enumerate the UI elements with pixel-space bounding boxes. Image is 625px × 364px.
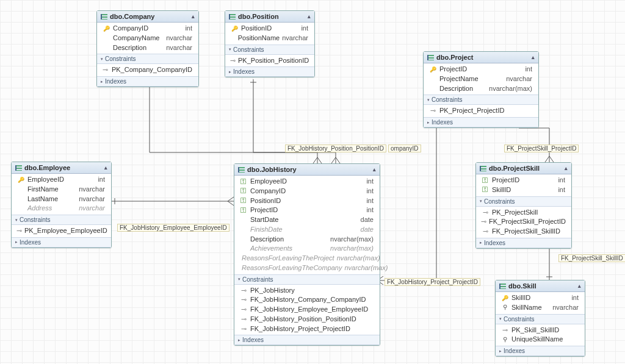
table-icon bbox=[480, 166, 486, 171]
column-row[interactable]: Descriptionnvarchar(max) bbox=[426, 84, 536, 94]
fk-label-jh-pos: FK_JobHistory_Position_PositionID bbox=[285, 145, 386, 152]
collapse-icon[interactable]: ▴ bbox=[532, 54, 535, 60]
column-row[interactable]: CompanyIDint bbox=[237, 187, 377, 196]
column-row[interactable]: ProjectIDint bbox=[479, 176, 569, 185]
column-row[interactable]: CompanyNamenvarchar bbox=[99, 34, 196, 43]
column-row[interactable]: ProjectIDint bbox=[426, 65, 536, 74]
column-row[interactable]: PositionIDint bbox=[237, 196, 377, 206]
constraint-row[interactable]: FK_JobHistory_Employee_EmployeeID bbox=[237, 305, 377, 315]
indexes-header[interactable]: ▸Indexes bbox=[234, 335, 380, 345]
table-icon bbox=[427, 55, 434, 60]
constraint-row[interactable]: PK_Position_PositionID bbox=[228, 56, 312, 66]
fk-label-ps-skill: FK_ProjectSkill_SkillID bbox=[558, 254, 625, 262]
table-icon bbox=[229, 14, 236, 20]
column-row[interactable]: PositionIDint bbox=[228, 24, 312, 34]
constraints-header[interactable]: ▾Constraints bbox=[234, 274, 380, 285]
column-row[interactable]: EmployeeIDint bbox=[237, 177, 377, 187]
entity-employee[interactable]: dbo.Employee ▴ EmployeeIDint FirstNamenv… bbox=[11, 162, 112, 248]
constraint-row[interactable]: PK_Project_ProjectID bbox=[426, 106, 536, 116]
entity-header[interactable]: dbo.Skill ▴ bbox=[496, 280, 585, 292]
column-row[interactable]: ProjectNamenvarchar bbox=[426, 74, 536, 84]
columns-section: CompanyIDint CompanyNamenvarchar Descrip… bbox=[97, 23, 198, 54]
entity-header[interactable]: dbo.Position ▴ bbox=[225, 11, 314, 23]
collapse-icon[interactable]: ▴ bbox=[578, 283, 581, 289]
table-icon bbox=[101, 14, 107, 20]
column-row[interactable]: SkillNamenvarchar bbox=[498, 303, 582, 313]
table-icon bbox=[499, 284, 506, 289]
collapse-icon[interactable]: ▴ bbox=[192, 13, 195, 20]
constraints-header[interactable]: ▾Constraints bbox=[496, 314, 585, 324]
table-icon bbox=[15, 165, 22, 171]
constraints-header[interactable]: ▾Constraints bbox=[476, 196, 571, 207]
collapse-icon[interactable]: ▴ bbox=[104, 165, 107, 171]
column-row[interactable]: EmployeeIDint bbox=[14, 175, 109, 185]
column-row[interactable]: PositionNamenvarchar bbox=[228, 34, 312, 43]
entity-company[interactable]: dbo.Company ▴ CompanyIDint CompanyNamenv… bbox=[96, 10, 199, 87]
constraint-row[interactable]: FK_JobHistory_Company_CompanyID bbox=[237, 295, 377, 305]
constraint-row[interactable]: PK_Employee_EmployeeID bbox=[14, 226, 109, 236]
entity-projectskill[interactable]: dbo.ProjectSkill ▴ ProjectIDint SkillIDi… bbox=[475, 162, 572, 249]
column-row[interactable]: Descriptionnvarchar(max) bbox=[237, 235, 377, 244]
indexes-header[interactable]: ▸Indexes bbox=[476, 238, 571, 248]
entity-header[interactable]: dbo.Company ▴ bbox=[97, 11, 198, 23]
column-row[interactable]: CompanyIDint bbox=[99, 24, 196, 34]
column-row[interactable]: ReasonsForLeavingTheCompanynvarchar(max) bbox=[237, 263, 377, 273]
column-row[interactable]: LastNamenvarchar bbox=[14, 194, 109, 204]
constraint-row[interactable]: PK_Skill_SkillID bbox=[498, 326, 582, 335]
column-row[interactable]: Descriptionnvarchar bbox=[99, 43, 196, 53]
column-row[interactable]: SkillIDint bbox=[498, 293, 582, 303]
column-row[interactable]: FirstNamenvarchar bbox=[14, 185, 109, 194]
constraint-row[interactable]: PK_Company_CompanyID bbox=[99, 65, 196, 75]
indexes-header[interactable]: ▸Indexes bbox=[496, 346, 585, 356]
constraints-header[interactable]: ▾Constraints bbox=[424, 95, 538, 105]
constraint-row[interactable]: PK_JobHistory bbox=[237, 286, 377, 296]
fk-label-jh-comp: ompanyID bbox=[388, 145, 421, 152]
entity-title: dbo.ProjectSkill bbox=[489, 165, 562, 172]
indexes-header[interactable]: ▸Indexes bbox=[424, 117, 538, 127]
entity-title: dbo.Employee bbox=[24, 164, 102, 171]
column-row[interactable]: Achievementsnvarchar(max) bbox=[237, 244, 377, 254]
entity-project[interactable]: dbo.Project ▴ ProjectIDint ProjectNamenv… bbox=[423, 51, 539, 128]
table-icon bbox=[238, 167, 245, 173]
entity-jobhistory[interactable]: dbo.JobHistory ▴ EmployeeIDint CompanyID… bbox=[234, 163, 380, 346]
indexes-header[interactable]: ▸Indexes bbox=[97, 76, 198, 87]
fk-label-jh-proj: FK_JobHistory_Project_ProjectID bbox=[385, 278, 480, 286]
column-row[interactable]: ReasonsForLeavingTheProjectnvarchar(max) bbox=[237, 254, 377, 263]
constraint-row[interactable]: FK_ProjectSkill_ProjectID bbox=[479, 217, 569, 227]
entity-skill[interactable]: dbo.Skill ▴ SkillIDint SkillNamenvarchar… bbox=[495, 280, 585, 357]
constraint-row[interactable]: FK_JobHistory_Project_ProjectID bbox=[237, 324, 377, 334]
column-row[interactable]: ProjectIDint bbox=[237, 205, 377, 215]
indexes-header[interactable]: ▸Indexes bbox=[225, 66, 314, 77]
entity-header[interactable]: dbo.Project ▴ bbox=[424, 52, 538, 63]
collapse-icon[interactable]: ▴ bbox=[308, 13, 311, 20]
constraint-row[interactable]: UniqueSkillName bbox=[498, 335, 582, 344]
column-row[interactable]: Addressnvarchar bbox=[14, 204, 109, 213]
entity-title: dbo.Position bbox=[238, 13, 305, 20]
entity-header[interactable]: dbo.JobHistory ▴ bbox=[234, 164, 380, 176]
entity-title: dbo.Company bbox=[110, 13, 189, 20]
constraints-header[interactable]: ▾Constraints bbox=[97, 54, 198, 64]
collapse-icon[interactable]: ▴ bbox=[565, 165, 568, 171]
constraints-header[interactable]: ▾Constraints bbox=[12, 215, 111, 225]
constraint-row[interactable]: FK_JobHistory_Position_PositionID bbox=[237, 315, 377, 324]
fk-label-jh-emp: FK_JobHistory_Employee_EmployeeID bbox=[117, 224, 229, 232]
column-row[interactable]: FinishDatedate bbox=[237, 225, 377, 235]
indexes-header[interactable]: ▸Indexes bbox=[12, 237, 111, 248]
constraint-row[interactable]: PK_ProjectSkill bbox=[479, 208, 569, 218]
column-row[interactable]: SkillIDint bbox=[479, 185, 569, 195]
entity-position[interactable]: dbo.Position ▴ PositionIDint PositionNam… bbox=[225, 10, 315, 77]
entity-title: dbo.JobHistory bbox=[247, 166, 370, 173]
entity-title: dbo.Project bbox=[436, 54, 529, 61]
entity-title: dbo.Skill bbox=[508, 282, 576, 290]
entity-header[interactable]: dbo.ProjectSkill ▴ bbox=[476, 163, 571, 174]
constraint-row[interactable]: FK_ProjectSkill_SkillID bbox=[479, 227, 569, 237]
entity-header[interactable]: dbo.Employee ▴ bbox=[12, 162, 111, 174]
fk-label-ps-proj: FK_ProjectSkill_ProjectID bbox=[504, 145, 579, 152]
collapse-icon[interactable]: ▴ bbox=[373, 166, 376, 173]
column-row[interactable]: StartDatedate bbox=[237, 215, 377, 225]
constraints-header[interactable]: ▾Constraints bbox=[225, 45, 314, 55]
